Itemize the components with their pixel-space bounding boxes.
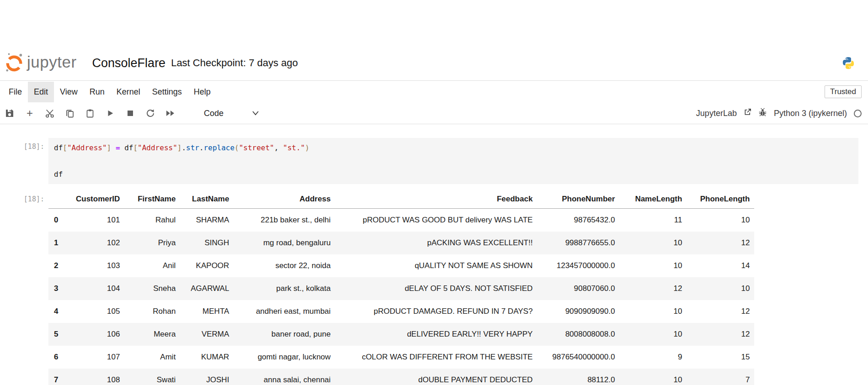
paste-cells-icon[interactable] — [85, 108, 95, 118]
interrupt-kernel-icon[interactable] — [125, 108, 135, 118]
run-cell-icon[interactable] — [105, 108, 115, 118]
table-cell: VERMA — [180, 323, 234, 346]
table-row: 1102PriyaSINGHmg road, bengalurupACKING … — [48, 232, 754, 254]
table-row: 2103AnilKAPOORsector 22, noidaqUALITY NO… — [48, 254, 754, 277]
row-index: 6 — [48, 346, 71, 369]
jupyter-logo[interactable]: jupyter — [5, 52, 77, 74]
table-cell: Priya — [124, 232, 180, 254]
table-cell: 8008008008.0 — [537, 323, 619, 346]
restart-run-all-icon[interactable] — [165, 108, 176, 118]
code-token: "st." — [283, 143, 305, 152]
menu-help[interactable]: Help — [188, 82, 217, 102]
table-cell: 10 — [687, 277, 754, 300]
copy-cells-icon[interactable] — [65, 108, 75, 118]
row-index: 4 — [48, 300, 71, 323]
code-cell: [18]: df["Address"] = df["Address"].str.… — [0, 138, 868, 184]
table-cell: 12 — [687, 300, 754, 323]
menu-kernel[interactable]: Kernel — [111, 82, 146, 102]
last-checkpoint-label: Last Checkpoint: 7 days ago — [171, 57, 298, 69]
chevron-down-icon[interactable] — [252, 111, 259, 116]
menubar-items: FileEditViewRunKernelSettingsHelp — [3, 81, 217, 103]
code-token: replace — [204, 143, 234, 152]
code-token: = — [116, 143, 120, 152]
table-cell: 7 — [687, 369, 754, 385]
column-header: PhoneNumber — [537, 192, 619, 209]
input-execution-prompt: [18]: — [0, 138, 44, 151]
table-cell: KAPOOR — [180, 254, 234, 277]
save-icon[interactable] — [5, 108, 15, 118]
trusted-badge[interactable]: Trusted — [825, 85, 862, 98]
cut-cells-icon[interactable] — [45, 108, 55, 118]
restart-kernel-icon[interactable] — [145, 108, 155, 118]
debugger-bug-icon[interactable] — [758, 108, 767, 119]
menu-edit[interactable]: Edit — [28, 82, 54, 102]
menu-view[interactable]: View — [54, 82, 84, 102]
column-header: CustomerID — [71, 192, 124, 209]
column-header: Feedback — [335, 192, 537, 209]
header-row: CustomerIDFirstNameLastNameAddressFeedba… — [48, 192, 754, 209]
table-cell: KUMAR — [180, 346, 234, 369]
table-cell: 10 — [619, 232, 687, 254]
table-cell: sector 22, noida — [234, 254, 335, 277]
row-index: 1 — [48, 232, 71, 254]
table-cell: dELIVERED EARLY!! VERY HAPPY — [335, 323, 537, 346]
table-cell: andheri east, mumbai — [234, 300, 335, 323]
table-cell: 10 — [619, 369, 687, 385]
row-index: 2 — [48, 254, 71, 277]
table-cell: 90807060.0 — [537, 277, 619, 300]
table-cell: AGARWAL — [180, 277, 234, 300]
code-token: "Address" — [67, 143, 107, 152]
table-row: 7108SwatiJOSHIanna salai, chennaidOUBLE … — [48, 369, 754, 385]
code-token: ] — [107, 143, 112, 152]
column-header: LastName — [180, 192, 234, 209]
insert-cell-icon[interactable]: + — [25, 108, 35, 118]
row-index: 7 — [48, 369, 71, 385]
column-header: NameLength — [619, 192, 687, 209]
table-cell: 15 — [687, 346, 754, 369]
table-cell: 14 — [687, 254, 754, 277]
dataframe-table: CustomerIDFirstNameLastNameAddressFeedba… — [48, 192, 754, 385]
code-token: str — [186, 143, 199, 152]
column-header: PhoneLength — [687, 192, 754, 209]
row-index: 0 — [48, 209, 71, 232]
jupyterlab-link[interactable]: JupyterLab — [696, 109, 737, 118]
table-cell: 101 — [71, 209, 124, 232]
menu-settings[interactable]: Settings — [146, 82, 188, 102]
dataframe-body: 0101RahulSHARMA221b baker st., delhipROD… — [48, 209, 754, 385]
table-cell: 108 — [71, 369, 124, 385]
kernel-name-label[interactable]: Python 3 (ipykernel) — [774, 109, 847, 118]
table-cell: Amit — [124, 346, 180, 369]
row-index: 5 — [48, 323, 71, 346]
cell-type-dropdown-value[interactable]: Code — [204, 109, 224, 118]
menu-file[interactable]: File — [3, 82, 28, 102]
table-cell: 107 — [71, 346, 124, 369]
code-editor[interactable]: df["Address"] = df["Address"].str.replac… — [48, 138, 858, 184]
top-whitespace — [0, 0, 868, 46]
code-token — [111, 143, 116, 152]
code-token: "Address" — [138, 143, 177, 152]
table-cell: dELAY OF 5 DAYS. NOT SATISFIED — [335, 277, 537, 300]
table-cell: 102 — [71, 232, 124, 254]
table-cell: 10 — [687, 209, 754, 232]
table-cell: Anil — [124, 254, 180, 277]
table-cell: 10 — [619, 300, 687, 323]
table-cell: SHARMA — [180, 209, 234, 232]
row-index: 3 — [48, 277, 71, 300]
table-cell: pRODUCT WAS GOOD BUT delivery WAS LATE — [335, 209, 537, 232]
cell-output: [18]: CustomerIDFirstNameLastNameAddress… — [0, 192, 868, 385]
table-cell: park st., kolkata — [234, 277, 335, 300]
table-cell: 11 — [619, 209, 687, 232]
table-row: 4105RohanMEHTAandheri east, mumbaipRODUC… — [48, 300, 754, 323]
menubar: FileEditViewRunKernelSettingsHelp Truste… — [0, 81, 868, 103]
column-header: Address — [234, 192, 335, 209]
table-cell: 9090909090.0 — [537, 300, 619, 323]
table-cell: 12 — [687, 323, 754, 346]
jupyter-wordmark: jupyter — [27, 53, 77, 71]
table-cell: Rahul — [124, 209, 180, 232]
external-link-icon[interactable] — [744, 108, 751, 118]
toolbar: + Code — [0, 103, 868, 124]
dataframe-header: CustomerIDFirstNameLastNameAddressFeedba… — [48, 192, 754, 209]
code-token: [ — [133, 143, 138, 152]
notebook-title[interactable]: ConsoleFlare — [92, 56, 166, 70]
menu-run[interactable]: Run — [84, 82, 111, 102]
